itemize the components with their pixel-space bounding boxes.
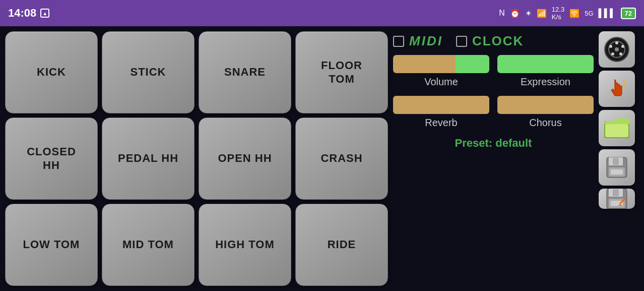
- drum-pad-pedal-hh[interactable]: PEDAL HH: [102, 118, 195, 200]
- drum-pad-label-low-tom: LOW TOM: [23, 238, 80, 251]
- folder-icon: [604, 117, 629, 139]
- svg-point-2: [615, 41, 618, 44]
- expression-slider-container: Expression: [497, 55, 594, 88]
- floppy-save-button[interactable]: [599, 149, 635, 186]
- midi-label: MIDI: [409, 33, 443, 49]
- drum-pad-label-mid-tom: MID TOM: [122, 238, 174, 251]
- floppy-icon: [606, 156, 628, 179]
- drum-pad-label-kick: KICK: [37, 66, 66, 79]
- drum-pad-floor-tom[interactable]: FLOOR TOM: [295, 31, 388, 113]
- status-bar: 14:08 ▲ Ν ⏰ ✶ 📶 12.3K/s 🛜 5G ▌▌▌ 72: [0, 0, 644, 26]
- svg-point-4: [619, 52, 622, 55]
- signal-icon: 📶: [537, 9, 547, 18]
- midi-checkbox[interactable]: [393, 36, 404, 47]
- drum-pad-label-ride: RIDE: [328, 238, 356, 251]
- touch-button[interactable]: [599, 71, 635, 107]
- drum-pad-stick[interactable]: STICK: [102, 31, 195, 113]
- svg-rect-13: [605, 124, 628, 137]
- svg-line-10: [622, 86, 625, 87]
- drum-pad-high-tom[interactable]: HIGH TOM: [199, 204, 291, 286]
- clock-label: CLOCK: [472, 33, 524, 49]
- touch-icon: [605, 77, 629, 101]
- drum-pad-kick[interactable]: KICK: [5, 31, 98, 113]
- drum-pad-crash[interactable]: CRASH: [295, 118, 388, 200]
- alarm-icon: ⏰: [510, 9, 520, 18]
- folder-button[interactable]: [599, 110, 635, 146]
- drum-pad-label-stick: STICK: [131, 66, 166, 79]
- volume-fill: [393, 55, 489, 73]
- battery-icon: 72: [621, 8, 636, 19]
- drum-pad-ride[interactable]: RIDE: [295, 204, 388, 286]
- expression-label: Expression: [521, 76, 570, 88]
- svg-point-5: [611, 52, 614, 55]
- drum-pad-label-open-hh: OPEN HH: [218, 152, 272, 165]
- chorus-label: Chorus: [529, 117, 561, 129]
- clock-checkbox[interactable]: [456, 36, 467, 47]
- drum-pad-closed-hh[interactable]: CLOSED HH: [5, 118, 98, 200]
- signal-bars: ▌▌▌: [599, 9, 616, 18]
- drum-grid: KICKSTICKSNAREFLOOR TOMCLOSED HHPEDAL HH…: [5, 31, 388, 286]
- svg-line-8: [623, 80, 625, 82]
- svg-rect-21: [613, 189, 619, 196]
- midi-din-icon: [604, 36, 630, 63]
- midi-clock-row: MIDI CLOCK: [393, 31, 594, 51]
- network-5g: 5G: [585, 10, 593, 17]
- reverb-bar[interactable]: [393, 96, 489, 114]
- floppy-edit-button[interactable]: [599, 189, 635, 209]
- reverb-container: Reverb: [393, 96, 489, 129]
- volume-slider-container: Volume: [393, 55, 489, 88]
- effects-row: Reverb Chorus: [393, 96, 594, 129]
- svg-line-9: [624, 83, 626, 84]
- drum-pad-label-crash: CRASH: [320, 152, 362, 165]
- preset-row: Preset: default: [393, 137, 594, 150]
- preset-text: Preset: default: [455, 137, 532, 149]
- right-sidebar: [599, 31, 639, 286]
- upload-icon: ▲: [40, 9, 49, 18]
- drum-pad-label-high-tom: HIGH TOM: [215, 238, 275, 251]
- drum-pad-label-snare: SNARE: [224, 66, 266, 79]
- floppy-edit-icon: [606, 189, 628, 209]
- drum-pad-label-floor-tom: FLOOR TOM: [321, 59, 362, 86]
- time-display: 14:08: [8, 7, 36, 20]
- svg-rect-18: [611, 169, 623, 174]
- svg-point-6: [609, 45, 612, 48]
- drum-pad-mid-tom[interactable]: MID TOM: [102, 204, 195, 286]
- reverb-label: Reverb: [425, 117, 457, 129]
- main-content: KICKSTICKSNAREFLOOR TOMCLOSED HHPEDAL HH…: [0, 26, 644, 291]
- chorus-bar[interactable]: [497, 96, 594, 114]
- status-right-icons: Ν ⏰ ✶ 📶 12.3K/s 🛜 5G ▌▌▌ 72: [499, 6, 636, 21]
- controls-panel: MIDI CLOCK Volume Expression: [393, 31, 594, 286]
- svg-point-7: [615, 47, 619, 51]
- wifi-icon: 🛜: [569, 9, 579, 18]
- data-speed: 12.3K/s: [552, 6, 564, 21]
- midi-din-button[interactable]: [599, 31, 635, 68]
- drum-pad-open-hh[interactable]: OPEN HH: [199, 118, 291, 200]
- drum-pad-snare[interactable]: SNARE: [199, 31, 291, 113]
- expression-fill: [497, 55, 594, 73]
- drum-pad-label-closed-hh: CLOSED HH: [27, 145, 76, 172]
- drum-pad-label-pedal-hh: PEDAL HH: [118, 152, 178, 165]
- expression-track[interactable]: [497, 55, 594, 73]
- svg-rect-16: [613, 158, 619, 165]
- volume-label: Volume: [424, 76, 458, 88]
- nfc-icon: Ν: [499, 9, 505, 18]
- volume-track[interactable]: [393, 55, 489, 73]
- sliders-row: Volume Expression: [393, 55, 594, 88]
- svg-point-3: [621, 45, 624, 48]
- drum-pad-low-tom[interactable]: LOW TOM: [5, 204, 98, 286]
- battery-level: 72: [625, 10, 632, 17]
- chorus-container: Chorus: [497, 96, 594, 129]
- bluetooth-icon: ✶: [525, 9, 532, 18]
- status-time: 14:08 ▲: [8, 7, 49, 20]
